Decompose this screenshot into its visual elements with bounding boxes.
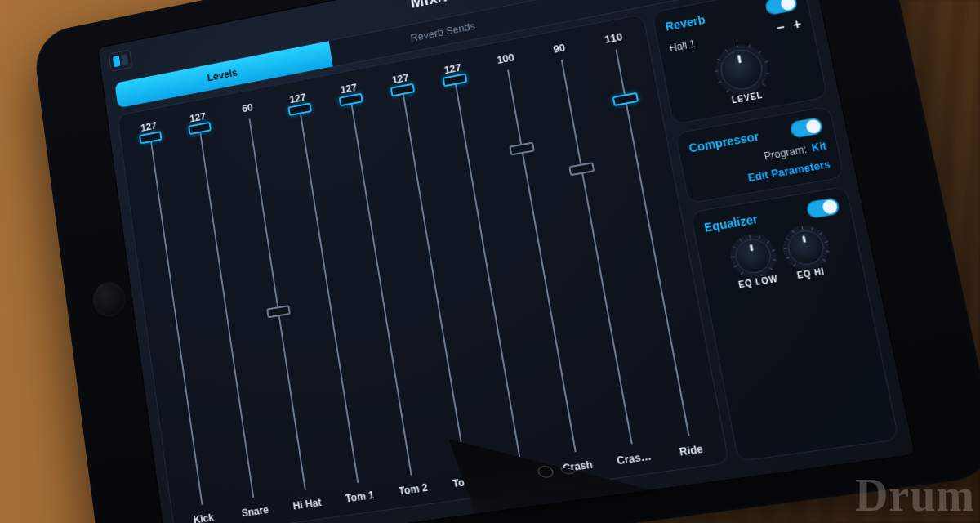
- reverb-plus-button[interactable]: +: [791, 16, 802, 33]
- compressor-toggle[interactable]: [789, 117, 823, 139]
- fader-thumb[interactable]: [287, 103, 312, 117]
- fader-thumb[interactable]: [338, 93, 363, 107]
- channel-label: Ride: [679, 443, 704, 458]
- channel-label: Kick: [193, 512, 215, 523]
- channel-label: Tom 1: [345, 489, 375, 505]
- layout-toggle-icon[interactable]: [109, 50, 132, 72]
- compressor-program-value[interactable]: Kit: [811, 140, 828, 154]
- compressor-program-label: Program:: [763, 143, 808, 162]
- reverb-level-label: LEVEL: [731, 91, 764, 105]
- channel-label: Snare: [241, 504, 270, 520]
- channel-value: 90: [552, 42, 566, 56]
- fader-thumb[interactable]: [568, 162, 595, 176]
- page-title: Mix/FX: [409, 0, 465, 11]
- channel-label: Cras…: [616, 450, 652, 467]
- channel-tom-2: 127Tom 2: [323, 78, 442, 499]
- channel-kick: 127Kick: [123, 116, 229, 523]
- fader-track[interactable]: [350, 100, 412, 476]
- reverb-card: Reverb Hall 1 − +: [652, 0, 828, 125]
- eq-low-label: EQ LOW: [737, 274, 778, 289]
- eq-hi-label: EQ HI: [796, 266, 826, 280]
- channel-tom-1: 127Tom 1: [272, 87, 388, 507]
- channel-label: Hi Hat: [292, 497, 323, 512]
- channel-value: 110: [604, 30, 624, 47]
- channel-label: Tom 2: [398, 481, 429, 497]
- fader-thumb[interactable]: [390, 83, 414, 97]
- eq-low-knob[interactable]: [733, 236, 773, 275]
- fader-thumb[interactable]: [442, 73, 467, 87]
- eq-hi-knob[interactable]: [785, 228, 826, 267]
- reverb-title: Reverb: [664, 13, 706, 34]
- fader-track[interactable]: [299, 110, 359, 483]
- equalizer-toggle[interactable]: [805, 197, 840, 219]
- equalizer-title: Equalizer: [703, 212, 759, 235]
- reverb-toggle[interactable]: [764, 0, 799, 16]
- channel-hi-hat: 60Hi Hat: [221, 97, 334, 514]
- fader-track[interactable]: [149, 137, 203, 505]
- channel-value: 60: [241, 101, 253, 116]
- fader-track[interactable]: [198, 128, 254, 498]
- app-screen: Mix/FX LevelsReverb SendsPan 127Kick127S…: [97, 0, 915, 523]
- channel-snare: 127Snare: [172, 107, 282, 521]
- fader-thumb[interactable]: [509, 142, 535, 156]
- home-button[interactable]: [91, 279, 127, 320]
- fader-thumb[interactable]: [139, 131, 162, 144]
- compressor-title: Compressor: [688, 129, 760, 154]
- fader-track[interactable]: [248, 118, 305, 490]
- channel-value: 100: [496, 51, 515, 66]
- compressor-card: Compressor Program: Kit Edit Parameters: [675, 105, 844, 203]
- fader-thumb[interactable]: [266, 305, 291, 318]
- fader-thumb[interactable]: [188, 122, 212, 135]
- fader-thumb[interactable]: [612, 92, 638, 106]
- reverb-minus-button[interactable]: −: [775, 20, 786, 36]
- reverb-level-knob[interactable]: [717, 47, 765, 93]
- mixer-panel: 127Kick127Snare60Hi Hat127Tom 1127Tom 21…: [117, 14, 729, 523]
- tablet-device: Mix/FX LevelsReverb SendsPan 127Kick127S…: [32, 0, 980, 523]
- reverb-preset: Hall 1: [669, 38, 697, 55]
